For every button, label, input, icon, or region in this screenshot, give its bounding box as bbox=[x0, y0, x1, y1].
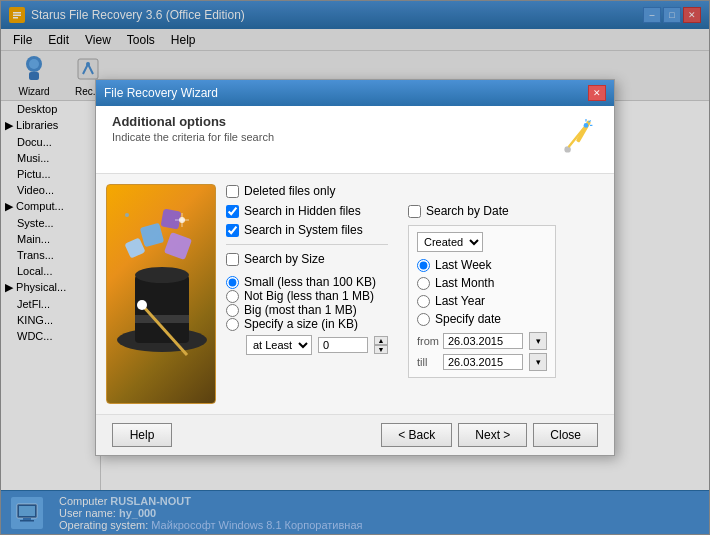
size-spin-down[interactable]: ▼ bbox=[374, 345, 388, 354]
last-year-radio[interactable] bbox=[417, 295, 430, 308]
dialog-header: Additional options Indicate the criteria… bbox=[96, 106, 614, 174]
deleted-files-row: Deleted files only bbox=[226, 184, 604, 198]
date-till-label: till bbox=[417, 356, 437, 368]
size-spin-up[interactable]: ▲ bbox=[374, 336, 388, 345]
deleted-files-checkbox[interactable] bbox=[226, 185, 239, 198]
size-small-label[interactable]: Small (less than 100 KB) bbox=[244, 275, 376, 289]
dialog-header-text: Additional options Indicate the criteria… bbox=[112, 114, 274, 143]
size-notbig-radio[interactable] bbox=[226, 290, 239, 303]
file-recovery-wizard-dialog: File Recovery Wizard ✕ Additional option… bbox=[95, 79, 615, 456]
dialog-close-footer-button[interactable]: Close bbox=[533, 423, 598, 447]
size-big-radio[interactable] bbox=[226, 304, 239, 317]
date-from-calendar-button[interactable]: ▾ bbox=[529, 332, 547, 350]
dialog-header-title: Additional options bbox=[112, 114, 274, 129]
specify-date-radio[interactable] bbox=[417, 313, 430, 326]
date-type-row: Created bbox=[417, 232, 547, 252]
dialog-title-bar: File Recovery Wizard ✕ bbox=[96, 80, 614, 106]
atleast-dropdown[interactable]: at Least bbox=[246, 335, 312, 355]
right-options-col: Search by Date Created bbox=[408, 204, 556, 378]
date-section: Created Last Week Last Mont bbox=[408, 225, 556, 378]
date-till-input[interactable] bbox=[443, 354, 523, 370]
wand-decoration bbox=[558, 114, 598, 167]
divider-1 bbox=[226, 244, 388, 245]
size-big-label[interactable]: Big (most than 1 MB) bbox=[244, 303, 357, 317]
size-small-radio[interactable] bbox=[226, 276, 239, 289]
dialog-body: Deleted files only Search in Hidden file… bbox=[96, 174, 614, 414]
size-big-row: Big (most than 1 MB) bbox=[226, 303, 388, 317]
last-week-row: Last Week bbox=[417, 258, 547, 272]
size-specify-row: Specify a size (in KB) bbox=[226, 317, 388, 331]
last-month-row: Last Month bbox=[417, 276, 547, 290]
left-options-col: Search in Hidden files Search in System … bbox=[226, 204, 388, 378]
size-specify-label[interactable]: Specify a size (in KB) bbox=[244, 317, 358, 331]
search-by-date-checkbox[interactable] bbox=[408, 205, 421, 218]
date-from-label: from bbox=[417, 335, 437, 347]
size-spinner: ▲ ▼ bbox=[374, 336, 388, 354]
hidden-files-checkbox[interactable] bbox=[226, 205, 239, 218]
system-files-checkbox[interactable] bbox=[226, 224, 239, 237]
atleast-row: at Least ▲ ▼ bbox=[246, 335, 388, 355]
atleast-input[interactable] bbox=[318, 337, 368, 353]
deleted-files-label[interactable]: Deleted files only bbox=[244, 184, 335, 198]
wizard-image bbox=[106, 184, 216, 404]
dialog-footer: Help < Back Next > Close bbox=[96, 414, 614, 455]
search-by-date-row: Search by Date bbox=[408, 204, 556, 218]
svg-rect-27 bbox=[124, 237, 145, 258]
last-year-row: Last Year bbox=[417, 294, 547, 308]
help-button[interactable]: Help bbox=[112, 423, 172, 447]
svg-rect-22 bbox=[135, 315, 189, 323]
nav-buttons: < Back Next > Close bbox=[381, 423, 598, 447]
next-button[interactable]: Next > bbox=[458, 423, 527, 447]
system-files-label[interactable]: Search in System files bbox=[244, 223, 363, 237]
size-small-row: Small (less than 100 KB) bbox=[226, 275, 388, 289]
last-week-label[interactable]: Last Week bbox=[435, 258, 491, 272]
svg-point-15 bbox=[584, 123, 589, 128]
search-by-size-checkbox[interactable] bbox=[226, 253, 239, 266]
size-notbig-label[interactable]: Not Big (less than 1 MB) bbox=[244, 289, 374, 303]
date-till-row: till ▾ bbox=[417, 353, 547, 371]
last-month-radio[interactable] bbox=[417, 277, 430, 290]
last-month-label[interactable]: Last Month bbox=[435, 276, 494, 290]
hidden-files-label[interactable]: Search in Hidden files bbox=[244, 204, 361, 218]
svg-rect-26 bbox=[161, 209, 182, 230]
dialog-close-button[interactable]: ✕ bbox=[588, 85, 606, 101]
svg-point-30 bbox=[125, 213, 129, 217]
search-by-size-label[interactable]: Search by Size bbox=[244, 252, 325, 266]
last-year-label[interactable]: Last Year bbox=[435, 294, 485, 308]
last-week-radio[interactable] bbox=[417, 259, 430, 272]
date-range-options: Last Week Last Month Last Year bbox=[417, 258, 547, 371]
svg-point-21 bbox=[135, 267, 189, 283]
main-options-row: Search in Hidden files Search in System … bbox=[226, 204, 604, 378]
svg-rect-28 bbox=[164, 232, 192, 260]
search-by-date-label[interactable]: Search by Date bbox=[426, 204, 509, 218]
date-till-calendar-button[interactable]: ▾ bbox=[529, 353, 547, 371]
date-from-row: from ▾ bbox=[417, 332, 547, 350]
date-type-dropdown[interactable]: Created bbox=[417, 232, 483, 252]
dialog-title: File Recovery Wizard bbox=[104, 86, 218, 100]
specify-date-row: Specify date bbox=[417, 312, 547, 326]
hidden-files-row: Search in Hidden files bbox=[226, 204, 388, 218]
svg-point-24 bbox=[137, 300, 147, 310]
dialog-header-subtitle: Indicate the criteria for file search bbox=[112, 131, 274, 143]
specify-date-label[interactable]: Specify date bbox=[435, 312, 501, 326]
svg-rect-25 bbox=[140, 223, 164, 247]
system-files-row: Search in System files bbox=[226, 223, 388, 237]
options-panel: Deleted files only Search in Hidden file… bbox=[226, 184, 604, 404]
svg-rect-13 bbox=[576, 120, 591, 143]
size-section: Small (less than 100 KB) Not Big (less t… bbox=[226, 275, 388, 355]
search-by-size-row: Search by Size bbox=[226, 252, 388, 266]
size-specify-radio[interactable] bbox=[226, 318, 239, 331]
size-notbig-row: Not Big (less than 1 MB) bbox=[226, 289, 388, 303]
date-from-input[interactable] bbox=[443, 333, 523, 349]
back-button[interactable]: < Back bbox=[381, 423, 452, 447]
dialog-overlay: File Recovery Wizard ✕ Additional option… bbox=[0, 0, 710, 535]
